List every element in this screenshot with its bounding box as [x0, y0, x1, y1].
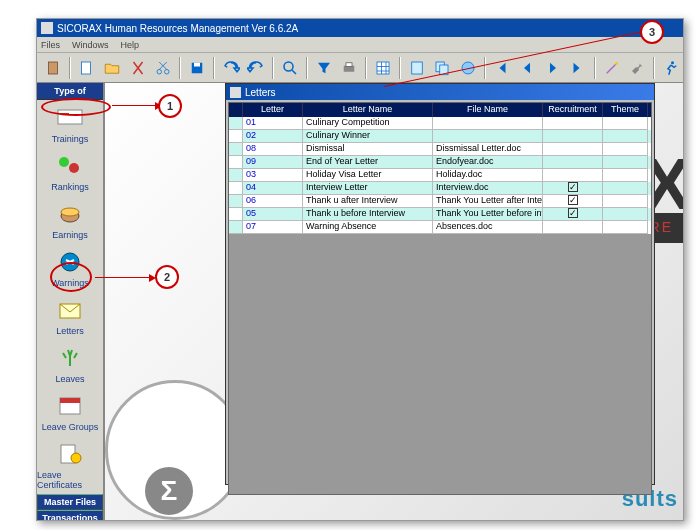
table-row[interactable]: 05Thank u before InterviewThank You Lett… — [229, 208, 651, 221]
nav-next-icon[interactable] — [541, 56, 565, 80]
new-doc-icon[interactable] — [75, 56, 99, 80]
app-window: SICORAX Human Resources Management Ver 6… — [36, 18, 684, 521]
svg-rect-10 — [411, 62, 422, 74]
col-file[interactable]: File Name — [433, 103, 543, 117]
client-area: Type of Trainings Rankings Earnings Warn… — [37, 83, 683, 520]
sidebar-item-rankings[interactable]: Rankings — [37, 148, 103, 196]
grid-icon[interactable] — [371, 56, 395, 80]
zoom-icon[interactable] — [278, 56, 302, 80]
folder-icon[interactable] — [100, 56, 124, 80]
col-theme[interactable]: Theme — [603, 103, 648, 117]
redo-icon[interactable] — [244, 56, 268, 80]
table-row[interactable]: 03Holiday Visa LetterHoliday.doc — [229, 169, 651, 182]
svg-point-27 — [71, 453, 81, 463]
table-row[interactable]: 06Thank u after InterviewThank You Lette… — [229, 195, 651, 208]
sidebar-item-leave-certificates[interactable]: Leave Certificates — [37, 436, 103, 494]
col-recruitment[interactable]: Recruitment — [543, 103, 603, 117]
table-row[interactable]: 01Culinary Competition — [229, 117, 651, 130]
menubar: Files Windows Help — [37, 37, 683, 53]
menu-help[interactable]: Help — [121, 40, 140, 50]
sidebar-item-letters[interactable]: Letters — [37, 292, 103, 340]
callout-3: 3 — [640, 20, 664, 44]
sidebar: Type of Trainings Rankings Earnings Warn… — [37, 83, 105, 520]
table-row[interactable]: 02Culinary Winner — [229, 130, 651, 143]
annotation-arrow-1 — [112, 105, 160, 106]
col-selector[interactable] — [229, 103, 243, 117]
letters-titlebar[interactable]: Letters — [226, 84, 654, 100]
runner-icon[interactable] — [659, 56, 683, 80]
letters-window: Letters Letter Letter Name File Name Rec… — [225, 83, 655, 485]
sigma-icon: Σ — [145, 467, 193, 515]
table-row[interactable]: 07Warning AbsenceAbsences.doc — [229, 221, 651, 234]
grid-body: 01Culinary Competition02Culinary Winner0… — [229, 117, 651, 234]
svg-rect-0 — [48, 62, 57, 74]
nav-master-files[interactable]: Master Files — [37, 494, 103, 510]
workspace: AX OFTWARE Σ sults Letters Letter Letter… — [105, 83, 683, 520]
table-row[interactable]: 04Interview LetterInterview.doc✓ — [229, 182, 651, 195]
menu-windows[interactable]: Windows — [72, 40, 109, 50]
grid-header: Letter Letter Name File Name Recruitment… — [229, 103, 651, 117]
col-name[interactable]: Letter Name — [303, 103, 433, 117]
titlebar: SICORAX Human Resources Management Ver 6… — [37, 19, 683, 37]
undo-icon[interactable] — [219, 56, 243, 80]
svg-rect-16 — [58, 110, 82, 124]
svg-point-6 — [284, 62, 293, 71]
svg-point-19 — [69, 163, 79, 173]
sidebar-header: Type of — [37, 83, 103, 100]
leave-certificates-icon — [55, 440, 85, 468]
sidebar-item-earnings[interactable]: Earnings — [37, 196, 103, 244]
svg-point-2 — [157, 69, 162, 74]
wand-icon[interactable] — [600, 56, 624, 80]
svg-rect-8 — [346, 62, 352, 66]
svg-rect-5 — [194, 62, 200, 66]
table-row[interactable]: 08DismissalDissmissal Letter.doc — [229, 143, 651, 156]
nav-transactions[interactable]: Transactions — [37, 510, 103, 520]
door-icon[interactable] — [41, 56, 65, 80]
grid-empty-area — [229, 234, 651, 494]
letters-icon — [55, 296, 85, 324]
annotation-arrow-2 — [95, 277, 154, 278]
svg-rect-9 — [377, 62, 389, 74]
filter-icon[interactable] — [312, 56, 336, 80]
warnings-icon — [55, 248, 85, 276]
svg-point-15 — [671, 61, 674, 64]
svg-point-18 — [59, 157, 69, 167]
letters-window-icon — [230, 87, 241, 98]
svg-rect-17 — [61, 113, 69, 115]
form-icon[interactable] — [405, 56, 429, 80]
app-icon — [41, 22, 53, 34]
letters-title-text: Letters — [245, 87, 276, 98]
table-row[interactable]: 09End of Year LetterEndofyear.doc — [229, 156, 651, 169]
print-icon[interactable] — [337, 56, 361, 80]
wrench-icon[interactable] — [626, 56, 650, 80]
nav-last-icon[interactable] — [567, 56, 591, 80]
svg-point-3 — [165, 69, 170, 74]
svg-point-14 — [615, 62, 618, 65]
trainings-icon — [55, 104, 85, 132]
svg-point-21 — [61, 208, 79, 216]
rankings-icon — [55, 152, 85, 180]
sidebar-item-trainings[interactable]: Trainings — [37, 100, 103, 148]
cut-icon[interactable] — [126, 56, 150, 80]
sidebar-item-leaves[interactable]: Leaves — [37, 340, 103, 388]
callout-1: 1 — [158, 94, 182, 118]
sidebar-item-warnings[interactable]: Warnings — [37, 244, 103, 292]
sidebar-item-leave-groups[interactable]: Leave Groups — [37, 388, 103, 436]
save-icon[interactable] — [185, 56, 209, 80]
callout-2: 2 — [155, 265, 179, 289]
earnings-icon — [55, 200, 85, 228]
titlebar-text: SICORAX Human Resources Management Ver 6… — [57, 23, 298, 34]
leave-groups-icon — [55, 392, 85, 420]
svg-rect-25 — [60, 398, 80, 403]
toolbar — [37, 53, 683, 83]
nav-prev-icon[interactable] — [515, 56, 539, 80]
menu-files[interactable]: Files — [41, 40, 60, 50]
letters-grid: Letter Letter Name File Name Recruitment… — [228, 102, 652, 495]
leaves-icon — [55, 344, 85, 372]
svg-rect-1 — [82, 62, 91, 74]
col-letter[interactable]: Letter — [243, 103, 303, 117]
scissors-icon[interactable] — [152, 56, 176, 80]
sidebar-nav: Master Files Transactions Periodics Repo… — [37, 494, 103, 520]
